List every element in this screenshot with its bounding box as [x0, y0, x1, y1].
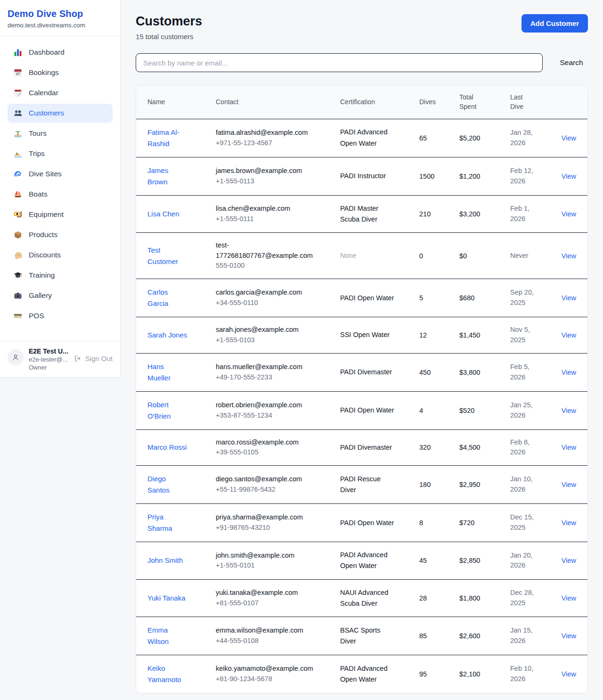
customer-name-link[interactable]: Robert O'Brien — [147, 399, 187, 422]
view-link[interactable]: View — [562, 407, 576, 414]
customer-name-link[interactable]: Test Customer — [147, 245, 187, 267]
customer-contact-cell: hans.mueller@example.com +49-170-555-223… — [216, 362, 340, 383]
sidebar-item-gallery[interactable]: Gallery — [8, 286, 113, 305]
view-cell: View — [557, 632, 576, 640]
page-title: Customers — [136, 14, 202, 29]
user-meta: E2E Test U... e2e-tester@... Owner — [29, 347, 68, 371]
table-row: Lisa Chen lisa.chen@example.com +1-555-0… — [136, 195, 587, 232]
customer-name-link[interactable]: John Smith — [147, 555, 183, 566]
view-link[interactable]: View — [562, 210, 576, 218]
customer-dives: 5 — [419, 294, 459, 302]
customer-name-link[interactable]: Yuki Tanaka — [147, 593, 186, 604]
sidebar-item-equipment[interactable]: Equipment — [8, 205, 113, 224]
customer-phone: +971-55-123-4567 — [216, 138, 335, 148]
customer-phone: +55-11-99876-5432 — [216, 485, 335, 495]
view-cell: View — [557, 557, 576, 564]
sidebar-item-label: Bookings — [29, 68, 59, 77]
customer-name-cell: James Brown — [147, 165, 216, 188]
customer-last-dive: Sep 20, 2025 — [510, 288, 557, 308]
customer-name-link[interactable]: Carlos Garcia — [147, 287, 187, 309]
view-link[interactable]: View — [562, 519, 576, 527]
view-link[interactable]: View — [562, 294, 576, 302]
table-row: Fatima Al-Rashid fatima.alrashid@example… — [136, 119, 587, 157]
page-header-text: Customers 15 total customers — [136, 14, 202, 41]
view-link[interactable]: View — [562, 252, 576, 260]
sidebar-item-dashboard[interactable]: Dashboard — [8, 43, 113, 62]
sidebar-item-products[interactable]: Products — [8, 225, 113, 244]
customer-last-dive: Jan 20, 2026 — [510, 551, 557, 571]
sidebar-item-label: Calendar — [29, 89, 58, 97]
view-link[interactable]: View — [562, 557, 576, 564]
sidebar-item-tours[interactable]: Tours — [8, 124, 113, 143]
sidebar-item-bookings[interactable]: 17 Bookings — [8, 63, 113, 82]
sidebar-item-label: Dive Sites — [29, 170, 62, 178]
view-link[interactable]: View — [562, 173, 576, 180]
customer-name-link[interactable]: Lisa Chen — [147, 208, 179, 220]
gallery-icon — [13, 291, 23, 300]
customer-email: keiko.yamamoto@example.com — [216, 664, 312, 674]
customer-last-dive: Jan 25, 2026 — [510, 400, 557, 421]
user-email: e2e-tester@... — [29, 356, 68, 363]
customer-email: test-1772681807767@example.com — [216, 240, 312, 261]
sidebar-item-trips[interactable]: Trips — [8, 144, 113, 163]
table-row: Marco Rossi marco.rossi@example.com +39-… — [136, 429, 587, 466]
customer-contact-cell: emma.wilson@example.com +44-555-0108 — [216, 626, 340, 646]
sidebar-item-training[interactable]: Training — [8, 266, 113, 285]
customer-name-link[interactable]: Fatima Al-Rashid — [147, 127, 187, 149]
sidebar-item-label: Trips — [29, 149, 45, 158]
person-icon — [11, 353, 20, 362]
sidebar-item-customers[interactable]: Customers — [8, 104, 113, 123]
sign-out-button[interactable]: Sign Out — [74, 354, 113, 362]
view-link[interactable]: View — [562, 331, 576, 339]
customer-contact-cell: james.brown@example.com +1-555-0113 — [216, 166, 340, 187]
customer-last-dive: Jan 10, 2026 — [510, 474, 557, 495]
column-header-name: Name — [147, 97, 216, 107]
brand: Demo Dive Shop demo.test.divestreams.com — [0, 0, 120, 36]
view-cell: View — [557, 331, 576, 339]
view-cell: View — [557, 594, 576, 602]
view-link[interactable]: View — [562, 594, 576, 602]
sidebar-item-label: POS — [29, 312, 44, 320]
customer-name-cell: Emma Wilson — [147, 625, 216, 647]
customer-dives: 0 — [419, 252, 459, 260]
customer-certification: PADI Divemaster — [340, 367, 419, 378]
sidebar-item-label: Boats — [29, 190, 48, 198]
sidebar-item-calendar[interactable]: Calendar — [8, 83, 113, 102]
view-cell: View — [557, 252, 576, 260]
customer-certification: PADI Open Water — [340, 293, 419, 304]
view-link[interactable]: View — [562, 670, 576, 678]
view-link[interactable]: View — [562, 369, 576, 376]
sidebar-item-pos[interactable]: POS — [8, 306, 113, 325]
view-link[interactable]: View — [562, 444, 576, 451]
sidebar-item-boats[interactable]: Boats — [8, 185, 113, 204]
column-header-certification: Certification — [340, 97, 419, 107]
view-link[interactable]: View — [562, 632, 576, 640]
sidebar-item-dive-sites[interactable]: Dive Sites — [8, 165, 113, 183]
customer-name-link[interactable]: Priya Sharma — [147, 511, 187, 534]
customer-name-link[interactable]: Emma Wilson — [147, 625, 187, 647]
customer-contact-cell: diego.santos@example.com +55-11-99876-54… — [216, 474, 340, 495]
customer-email: yuki.tanaka@example.com — [216, 588, 312, 598]
view-link[interactable]: View — [562, 481, 576, 488]
customer-name-link[interactable]: Marco Rossi — [147, 442, 187, 453]
customer-name-link[interactable]: Diego Santos — [147, 473, 187, 496]
customer-dives: 210 — [419, 210, 459, 218]
customer-email: carlos.garcia@example.com — [216, 288, 312, 298]
customer-dives: 65 — [419, 134, 459, 142]
customer-phone: +1-555-0111 — [216, 214, 335, 224]
customer-name-link[interactable]: Keiko Yamamoto — [147, 663, 187, 685]
search-input[interactable] — [136, 53, 543, 72]
boats-icon — [13, 189, 23, 199]
search-button[interactable]: Search — [555, 58, 588, 67]
customer-email: hans.mueller@example.com — [216, 362, 312, 372]
customer-name-link[interactable]: James Brown — [147, 165, 187, 188]
view-cell: View — [557, 481, 576, 488]
sidebar-item-discounts[interactable]: Discounts — [8, 246, 113, 264]
customer-contact-cell: robert.obrien@example.com +353-87-555-12… — [216, 400, 340, 421]
equipment-icon — [13, 210, 23, 219]
add-customer-button[interactable]: Add Customer — [522, 14, 588, 33]
customer-email: james.brown@example.com — [216, 166, 312, 176]
customer-name-link[interactable]: Hans Mueller — [147, 361, 187, 384]
view-link[interactable]: View — [562, 134, 576, 142]
customer-name-link[interactable]: Sarah Jones — [147, 329, 187, 341]
